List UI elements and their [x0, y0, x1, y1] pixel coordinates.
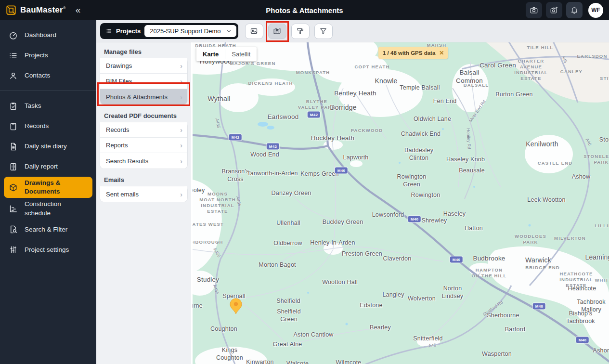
top-bar: BauMaster® « Photos & Attachments WF — [0, 0, 609, 20]
top-action-button[interactable] — [526, 2, 542, 18]
file-category-row-sent-emails[interactable]: Sent emails › — [100, 186, 187, 202]
pdf-documents-card: Records › Reports › Search Results › — [100, 122, 187, 169]
map-background — [193, 42, 609, 364]
sidebar-divider — [0, 91, 96, 91]
clipboard-check-icon — [9, 102, 18, 111]
toolbar-button[interactable] — [245, 24, 263, 39]
brand-name: BauMaster® — [20, 5, 66, 15]
top-action-button[interactable] — [566, 2, 583, 18]
sidebar-item-daily-report[interactable]: Daily report — [4, 156, 92, 177]
camera-plus-icon — [550, 6, 558, 14]
section-header: Manage files — [104, 48, 183, 55]
sidebar-item-tasks[interactable]: Tasks — [4, 96, 92, 116]
view-buttons — [245, 24, 333, 39]
toolbar-button[interactable] — [291, 24, 310, 39]
file-category-row-bim-files[interactable]: BIM Files › — [100, 74, 187, 89]
chevron-right-icon: › — [180, 62, 182, 70]
brand: BauMaster® « — [0, 5, 96, 15]
sidebar-item-contacts[interactable]: Contacts — [4, 65, 92, 86]
file-panel: Manage files Drawings › BIM Files › Phot… — [96, 42, 193, 364]
map-view-button[interactable]: Karte — [196, 47, 225, 61]
file-category-row-reports[interactable]: Reports › — [100, 138, 187, 153]
doc-search-icon — [9, 225, 18, 234]
map-type-control: Karte Satellit — [196, 47, 257, 61]
sidebar-item-records[interactable]: Records — [4, 116, 92, 136]
image-icon — [250, 27, 258, 35]
sidebar: Dashboard Projects Contacts Tasks Record… — [0, 20, 96, 364]
sidebar-item-drawings-documents[interactable]: Drawings & Documents — [4, 177, 92, 198]
sidebar-item-projects[interactable]: Projects — [4, 45, 92, 65]
section-header: Created PDF documents — [104, 112, 183, 119]
map-canvas[interactable]: HollywoodWythallKnowleBentley HeathDorri… — [193, 42, 609, 364]
top-action-button[interactable] — [546, 2, 562, 18]
list-icon — [9, 51, 18, 60]
map-pin-icon — [273, 27, 281, 35]
file-category-row-drawings[interactable]: Drawings › — [100, 58, 187, 74]
report-grid-icon — [9, 162, 18, 171]
funnel-icon — [319, 27, 327, 35]
map-pin-marker[interactable] — [230, 298, 242, 316]
person-icon — [9, 71, 18, 80]
top-actions — [526, 2, 588, 18]
emails-card: Sent emails › — [100, 186, 187, 202]
list-icon — [105, 27, 112, 35]
toolbar-button[interactable] — [314, 24, 333, 39]
sliders-icon — [9, 245, 18, 254]
manage-files-card: Drawings › BIM Files › Photos & Attachme… — [100, 58, 187, 104]
user-avatar[interactable]: WF — [588, 3, 603, 18]
sidebar-item-search-filter[interactable]: Search & Filter — [4, 220, 92, 240]
chevron-right-icon: › — [180, 93, 182, 101]
satellite-view-button[interactable]: Satellit — [225, 47, 257, 61]
sidebar-item-dashboard[interactable]: Dashboard — [4, 25, 92, 45]
bell-icon — [570, 6, 579, 14]
camera-icon — [530, 6, 538, 14]
projects-label: Projects — [116, 27, 141, 35]
sidebar-item-daily-site-diary[interactable]: Daily site diary — [4, 136, 92, 156]
sidebar-item-construction-schedule[interactable]: Construction schedule — [4, 198, 92, 219]
close-icon[interactable]: ✕ — [439, 50, 444, 56]
trademark-mark: ® — [63, 6, 66, 10]
gauge-icon — [9, 31, 18, 40]
gps-data-badge: 1 / 48 with GPS data ✕ — [378, 47, 448, 59]
gantt-icon — [9, 204, 18, 213]
toolbar: Projects 2025-SUP Support Demo — [96, 20, 609, 42]
file-category-row-photos-attachments[interactable]: Photos & Attachments › — [100, 89, 187, 104]
document-lines-icon — [9, 142, 18, 151]
toolbar-button[interactable] — [268, 24, 286, 39]
chevron-right-icon: › — [180, 126, 182, 134]
project-selector: Projects 2025-SUP Support Demo — [100, 23, 238, 39]
chevron-right-icon: › — [180, 141, 182, 149]
chevron-right-icon: › — [180, 190, 182, 198]
cube-icon — [9, 183, 18, 192]
sidebar-item-project-settings[interactable]: Project settings — [4, 240, 92, 260]
file-category-row-records[interactable]: Records › — [100, 122, 187, 138]
chevron-down-icon — [226, 28, 232, 34]
chevron-right-icon: › — [180, 77, 182, 85]
baumaster-logo-icon — [6, 5, 16, 15]
chevron-right-icon: › — [180, 157, 182, 165]
content-area: Projects 2025-SUP Support Demo — [96, 20, 609, 364]
paint-roller-icon — [296, 27, 304, 35]
section-header: Emails — [104, 176, 183, 183]
app-window: BauMaster® « Photos & Attachments WF Das… — [0, 0, 609, 364]
project-dropdown[interactable]: 2025-SUP Support Demo — [144, 25, 236, 37]
clipboard-icon — [9, 122, 18, 131]
sidebar-collapse-button[interactable]: « — [76, 5, 81, 15]
file-category-row-search-results[interactable]: Search Results › — [100, 153, 187, 169]
